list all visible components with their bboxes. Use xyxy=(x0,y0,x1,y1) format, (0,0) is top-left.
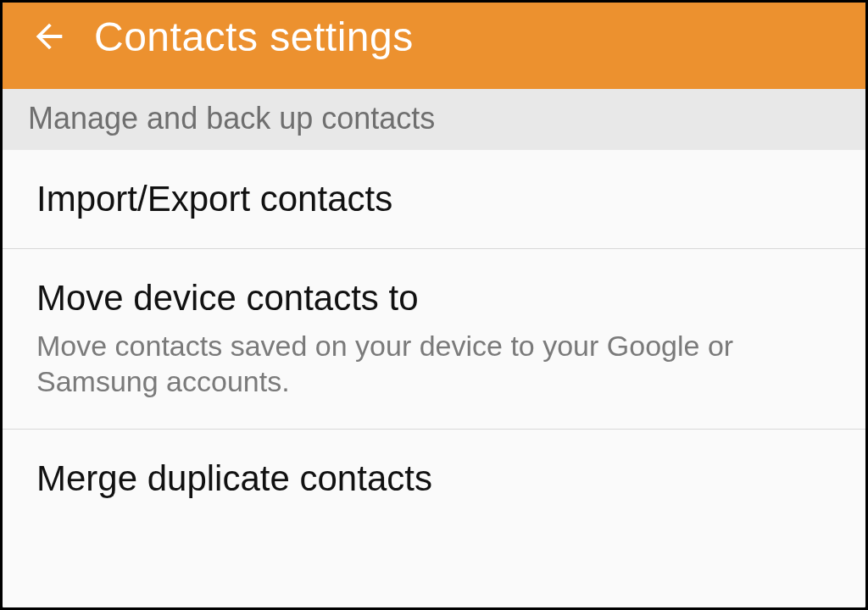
contacts-settings-screen: Contacts settings Manage and back up con… xyxy=(0,0,868,610)
item-import-export[interactable]: Import/Export contacts xyxy=(3,150,865,249)
back-button[interactable] xyxy=(19,7,79,66)
item-title: Import/Export contacts xyxy=(36,179,840,219)
arrow-left-icon xyxy=(30,17,69,56)
item-subtitle: Move contacts saved on your device to yo… xyxy=(36,328,840,400)
item-merge-duplicates[interactable]: Merge duplicate contacts xyxy=(3,430,865,528)
page-title: Contacts settings xyxy=(94,14,414,60)
item-title: Merge duplicate contacts xyxy=(36,458,840,499)
item-title: Move device contacts to xyxy=(36,278,840,319)
settings-list: Import/Export contacts Move device conta… xyxy=(3,150,865,528)
section-header-manage: Manage and back up contacts xyxy=(3,89,865,150)
app-header: Contacts settings xyxy=(3,3,865,89)
item-move-device-contacts[interactable]: Move device contacts to Move contacts sa… xyxy=(3,249,865,429)
